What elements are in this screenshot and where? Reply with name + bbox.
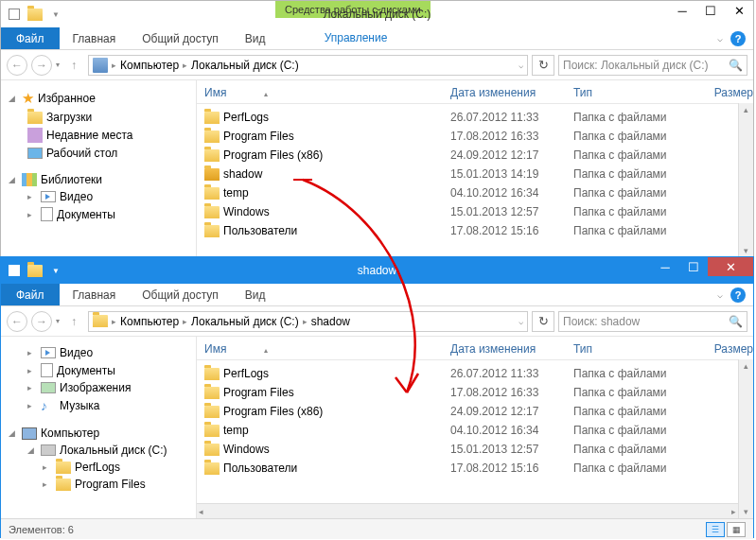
- table-row[interactable]: Windows15.01.2013 12:57Папка с файлами: [197, 202, 753, 221]
- tab-view[interactable]: Вид: [232, 284, 279, 305]
- history-dropdown-icon[interactable]: ▾: [56, 317, 60, 325]
- back-button[interactable]: ←: [7, 55, 27, 76]
- sidebar-folder[interactable]: ▸PerfLogs: [5, 459, 192, 476]
- table-row[interactable]: shadow15.01.2013 14:19Папка с файлами: [197, 165, 753, 183]
- col-date[interactable]: Дата изменения: [450, 86, 573, 99]
- sidebar-favorites[interactable]: ◢★Избранное: [5, 88, 192, 109]
- forward-button[interactable]: →: [31, 311, 52, 332]
- tab-view[interactable]: Вид: [232, 27, 279, 49]
- vertical-scrollbar[interactable]: ▴▾: [738, 103, 753, 257]
- new-folder-icon[interactable]: [27, 263, 43, 278]
- close-button[interactable]: ✕: [725, 1, 753, 20]
- file-type: Папка с файлами: [573, 186, 696, 200]
- sidebar-pictures[interactable]: ▸Изображения: [5, 379, 192, 396]
- icons-view-button[interactable]: ▦: [727, 522, 746, 537]
- sidebar-downloads[interactable]: Загрузки: [5, 109, 192, 126]
- sidebar-documents[interactable]: ▸Документы: [5, 361, 192, 379]
- refresh-button[interactable]: ↻: [532, 55, 554, 76]
- properties-icon[interactable]: [7, 7, 22, 22]
- table-row[interactable]: PerfLogs26.07.2012 11:33Папка с файлами: [197, 364, 753, 383]
- sidebar-documents[interactable]: ▸Документы: [5, 205, 192, 223]
- titlebar[interactable]: ▼ shadow ─ ☐ ✕: [1, 257, 753, 284]
- table-row[interactable]: Пользователи17.08.2012 15:16Папка с файл…: [197, 459, 753, 478]
- chevron-right-icon[interactable]: ▸: [183, 317, 187, 326]
- chevron-right-icon[interactable]: ▸: [112, 61, 116, 70]
- horizontal-scrollbar[interactable]: ◂▸: [197, 503, 738, 518]
- tab-share[interactable]: Общий доступ: [129, 284, 232, 305]
- details-view-button[interactable]: ☰: [706, 522, 725, 537]
- table-row[interactable]: temp04.10.2012 16:34Папка с файлами: [197, 183, 753, 202]
- table-row[interactable]: PerfLogs26.07.2012 11:33Папка с файлами: [197, 108, 753, 127]
- tab-home[interactable]: Главная: [60, 27, 130, 49]
- file-date: 24.09.2012 12:17: [450, 405, 573, 418]
- col-name[interactable]: Имя▴: [204, 86, 450, 99]
- search-input[interactable]: Поиск: shadow 🔍: [558, 311, 747, 332]
- sidebar-videos[interactable]: ▸Видео: [5, 188, 192, 205]
- back-button[interactable]: ←: [7, 311, 27, 332]
- address-bar[interactable]: ▸ Компьютер ▸ Локальный диск (C:) ▸ shad…: [88, 311, 528, 332]
- address-dropdown-icon[interactable]: ⌵: [519, 61, 523, 70]
- sidebar-music[interactable]: ▸♪Музыка: [5, 396, 192, 415]
- minimize-button[interactable]: ─: [651, 257, 679, 276]
- sidebar-recent[interactable]: Недавние места: [5, 126, 192, 145]
- sidebar-drive-c[interactable]: ◢Локальный диск (C:): [5, 442, 192, 459]
- tab-home[interactable]: Главная: [60, 284, 130, 305]
- maximize-button[interactable]: ☐: [679, 257, 708, 276]
- sidebar-folder[interactable]: ▸Program Files: [5, 476, 192, 493]
- col-size[interactable]: Размер: [696, 342, 753, 356]
- up-button[interactable]: ↑: [63, 311, 84, 332]
- tab-file[interactable]: Файл: [1, 284, 60, 305]
- qat-dropdown-icon[interactable]: ▼: [48, 7, 63, 22]
- refresh-button[interactable]: ↻: [532, 311, 554, 332]
- tab-manage[interactable]: Управление: [275, 27, 436, 48]
- col-size[interactable]: Размер: [696, 86, 753, 99]
- sidebar-desktop[interactable]: Рабочий стол: [5, 145, 192, 162]
- address-bar[interactable]: ▸ Компьютер ▸ Локальный диск (C:) ⌵: [88, 55, 528, 76]
- expand-ribbon-icon[interactable]: ⌵: [717, 289, 723, 300]
- table-row[interactable]: temp04.10.2012 16:34Папка с файлами: [197, 421, 753, 440]
- col-name[interactable]: Имя▴: [204, 342, 450, 356]
- chevron-right-icon[interactable]: ▸: [303, 317, 308, 326]
- history-dropdown-icon[interactable]: ▾: [56, 61, 60, 69]
- breadcrumb-item[interactable]: Локальный диск (C:): [191, 59, 299, 72]
- search-icon[interactable]: 🔍: [729, 59, 743, 72]
- minimize-button[interactable]: ─: [668, 1, 696, 20]
- titlebar[interactable]: ▼ Средства работы с дисками Локальный ди…: [1, 1, 753, 27]
- table-row[interactable]: Пользователи17.08.2012 15:16Папка с файл…: [197, 221, 753, 240]
- forward-button[interactable]: →: [31, 55, 52, 76]
- tab-file[interactable]: Файл: [1, 27, 60, 49]
- table-row[interactable]: Windows15.01.2013 12:57Папка с файлами: [197, 440, 753, 459]
- table-row[interactable]: Program Files (x86)24.09.2012 12:17Папка…: [197, 402, 753, 421]
- breadcrumb-item[interactable]: shadow: [311, 315, 350, 328]
- breadcrumb-item[interactable]: Компьютер: [120, 315, 179, 328]
- sidebar-libraries[interactable]: ◢Библиотеки: [5, 171, 192, 188]
- sidebar-videos[interactable]: ▸Видео: [5, 344, 192, 361]
- properties-icon[interactable]: [7, 263, 22, 278]
- table-row[interactable]: Program Files (x86)24.09.2012 12:17Папка…: [197, 146, 753, 165]
- up-button[interactable]: ↑: [63, 55, 84, 76]
- address-dropdown-icon[interactable]: ⌵: [519, 317, 523, 326]
- tab-share[interactable]: Общий доступ: [129, 27, 232, 49]
- expand-ribbon-icon[interactable]: ⌵: [717, 33, 723, 44]
- col-type[interactable]: Тип: [573, 86, 696, 99]
- sidebar-computer[interactable]: ◢Компьютер: [5, 425, 192, 442]
- close-button[interactable]: ✕: [708, 257, 753, 276]
- search-input[interactable]: Поиск: Локальный диск (C:) 🔍: [558, 55, 747, 76]
- table-row[interactable]: Program Files17.08.2012 16:33Папка с фай…: [197, 383, 753, 402]
- breadcrumb-item[interactable]: Локальный диск (C:): [191, 315, 299, 328]
- help-icon[interactable]: ?: [730, 31, 746, 46]
- help-icon[interactable]: ?: [730, 287, 746, 303]
- table-row[interactable]: Program Files17.08.2012 16:33Папка с фай…: [197, 127, 753, 146]
- search-icon[interactable]: 🔍: [729, 315, 743, 328]
- file-type: Папка с файлами: [573, 167, 696, 181]
- qat-dropdown-icon[interactable]: ▼: [48, 263, 63, 278]
- breadcrumb-item[interactable]: Компьютер: [120, 59, 179, 72]
- new-folder-icon[interactable]: [27, 7, 43, 22]
- chevron-right-icon[interactable]: ▸: [183, 61, 187, 70]
- col-type[interactable]: Тип: [573, 342, 696, 356]
- col-date[interactable]: Дата изменения: [450, 342, 573, 356]
- file-type: Папка с файлами: [573, 405, 696, 418]
- maximize-button[interactable]: ☐: [696, 1, 725, 20]
- vertical-scrollbar[interactable]: ▴▾: [738, 359, 753, 518]
- chevron-right-icon[interactable]: ▸: [112, 317, 116, 326]
